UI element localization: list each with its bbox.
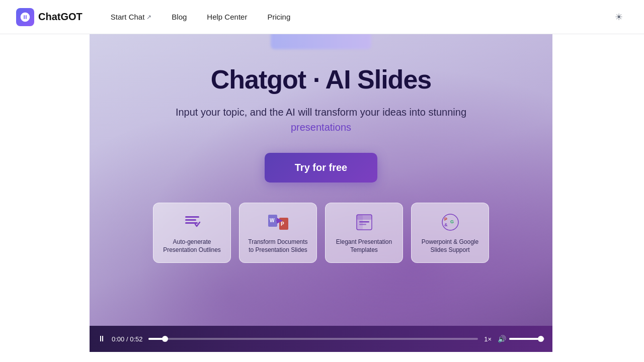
nav-help-center[interactable]: Help Center (199, 9, 255, 25)
left-margin (0, 34, 90, 362)
progress-dot (162, 336, 168, 342)
hero-title: Chatgot · AI Slides (211, 64, 431, 95)
svg-rect-1 (185, 219, 196, 221)
logo-icon (16, 8, 34, 26)
svg-rect-10 (359, 221, 369, 223)
video-content: Chatgot · AI Slides Input your topic, an… (90, 34, 552, 326)
main-area: Chatgot · AI Slides Input your topic, an… (0, 34, 644, 362)
logo-area: ChatGOT (16, 8, 83, 26)
time-display: 0:00 / 0:52 (112, 335, 142, 343)
top-blur-element (271, 34, 371, 49)
volume-icon[interactable]: 🔊 (498, 335, 506, 343)
theme-toggle-button[interactable]: ☀ (610, 8, 628, 26)
svg-text:P: P (444, 217, 447, 222)
start-chat-arrow: ↗ (146, 14, 151, 21)
hero-subtitle-plain: Input your topic, and the AI will transf… (176, 107, 466, 118)
svg-text:G: G (450, 219, 454, 224)
video-controls-bar: ⏸ 0:00 / 0:52 1× 🔊 (90, 326, 552, 352)
volume-wrap: 🔊 (498, 335, 544, 343)
right-margin (552, 34, 644, 362)
feature-card-transform-docs-label: Transform Documents to Presentation Slid… (248, 238, 308, 254)
nav-pricing[interactable]: Pricing (259, 9, 298, 25)
feature-card-transform-docs: W P Transform Doc (239, 203, 317, 263)
video-wrapper: Chatgot · AI Slides Input your topic, an… (90, 34, 552, 362)
nav-blog[interactable]: Blog (164, 9, 195, 25)
total-time: 0:52 (130, 335, 142, 343)
feature-card-elegant-templates-label: Elegant Presentation Templates (334, 238, 394, 254)
current-time: 0:00 (112, 335, 124, 343)
feature-card-elegant-templates: Elegant Presentation Templates (325, 203, 403, 263)
feature-cards: Auto-generate Presentation Outlines W P (143, 203, 499, 263)
nav-right: ☀ (610, 8, 628, 26)
pause-icon: ⏸ (98, 334, 106, 343)
feature-card-auto-generate: Auto-generate Presentation Outlines (153, 203, 231, 263)
brand-name: ChatGOT (38, 11, 83, 23)
svg-rect-2 (185, 222, 198, 224)
video-inner: Chatgot · AI Slides Input your topic, an… (90, 34, 552, 263)
sun-icon: ☀ (615, 12, 623, 23)
feature-card-ppt-google: P & G Powerpoint & Google Slides Support (411, 203, 489, 263)
hero-subtitle: Input your topic, and the AI will transf… (170, 105, 472, 135)
nav-start-chat[interactable]: Start Chat ↗ (103, 9, 160, 25)
ppt-google-icon: P & G (439, 211, 461, 233)
volume-fill (509, 338, 541, 340)
feature-card-auto-generate-label: Auto-generate Presentation Outlines (162, 238, 222, 254)
volume-bar[interactable] (509, 338, 544, 340)
svg-rect-11 (359, 224, 366, 225)
try-for-free-button[interactable]: Try for free (265, 153, 377, 183)
progress-fill (148, 338, 165, 340)
svg-text:P: P (281, 221, 284, 227)
nav-links: Start Chat ↗ Blog Help Center Pricing (103, 9, 298, 25)
volume-dot (538, 336, 544, 342)
chatgot-logo-svg (20, 12, 31, 23)
progress-bar[interactable] (148, 338, 478, 340)
svg-text:W: W (270, 218, 275, 223)
svg-rect-0 (185, 216, 199, 218)
pause-button[interactable]: ⏸ (98, 334, 106, 343)
feature-card-ppt-google-label: Powerpoint & Google Slides Support (420, 238, 480, 254)
speed-label[interactable]: 1× (484, 335, 492, 343)
hero-subtitle-highlight: presentations (291, 122, 351, 133)
transform-docs-icon: W P (267, 211, 289, 233)
elegant-templates-icon (353, 211, 375, 233)
auto-generate-icon (181, 211, 203, 233)
navbar: ChatGOT Start Chat ↗ Blog Help Center Pr… (0, 0, 644, 34)
svg-text:&: & (444, 222, 448, 227)
